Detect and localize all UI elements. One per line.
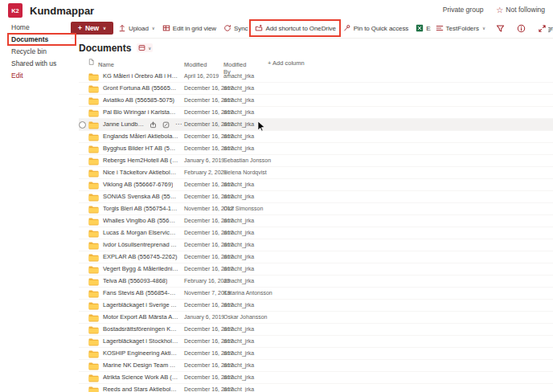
folder-name-link[interactable]: Motor Export AB Märsta AB (556924-6358) bbox=[103, 312, 178, 323]
sync-button[interactable]: Sync bbox=[221, 22, 250, 35]
folder-name-link[interactable]: Rebergs Hem2Hotell AB (556686-2522) bbox=[103, 155, 178, 166]
table-row[interactable]: Rebergs Hem2Hotell AB (556686-2522)Janua… bbox=[79, 155, 553, 167]
row-checkbox[interactable] bbox=[79, 121, 86, 129]
sidebar-item-shared-with-us[interactable]: Shared with us bbox=[0, 58, 71, 70]
table-row[interactable]: Lagerbläckaget i Stockholm AB (556212-75… bbox=[79, 336, 553, 348]
folder-name-link[interactable]: Aviatiko AB (556585-5075) bbox=[103, 95, 174, 106]
folder-icon bbox=[88, 338, 99, 346]
sidebar-item-home[interactable]: Home bbox=[0, 22, 71, 34]
folder-name-link[interactable]: Nice i Täckeltorv Aktiebolag (556744-588… bbox=[103, 167, 178, 178]
table-row[interactable]: SONIAS Svenska AB (556698-3782)December … bbox=[79, 191, 553, 203]
folder-name-link[interactable]: Lagerbläckaget i Sverige AB (556278-5275… bbox=[103, 300, 178, 311]
sort-chevron-icon bbox=[100, 61, 103, 66]
table-row[interactable]: EXPLAR AB (556745-2262)December 16, 2017… bbox=[79, 251, 553, 263]
folder-name-link[interactable]: Janne Lundberg Teknisprojekt AB (556321-… bbox=[103, 119, 146, 130]
table-row[interactable]: Torgls Bleri AB (556754-1962)November 16… bbox=[79, 203, 553, 215]
folder-name-link[interactable]: KOSHIP Engineering Aktiebolag (556073-41… bbox=[103, 348, 178, 359]
folder-name-link[interactable]: Bygghus Bilder HT AB (556577-4828) bbox=[103, 143, 178, 154]
expand-button[interactable] bbox=[536, 22, 548, 35]
table-row[interactable]: Gront Fortuna AB (556656-3055)December 1… bbox=[79, 83, 553, 95]
folder-name-link[interactable]: Lagerbläckaget i Stockholm AB (556212-75… bbox=[103, 336, 178, 347]
share-icon[interactable] bbox=[150, 121, 157, 129]
upload-icon bbox=[118, 24, 126, 32]
table-row[interactable]: Atrikta Science Work AB (556735-4228)Dec… bbox=[79, 372, 553, 384]
folder-icon bbox=[88, 97, 99, 105]
sidebar-item-recycle-bin[interactable]: Recycle bin bbox=[0, 46, 71, 58]
row-hover-actions: ⋯ bbox=[150, 120, 182, 129]
folder-icon bbox=[88, 145, 99, 153]
table-row[interactable]: Ivdor Lösullsentreprenad AB (556733-9117… bbox=[79, 239, 553, 251]
table-row[interactable]: Whalles Vinglbo AB (556536-4462)December… bbox=[79, 215, 553, 227]
pin-quick-access-button[interactable]: Pin to Quick access bbox=[341, 22, 411, 35]
folder-icon bbox=[88, 230, 99, 238]
table-row[interactable]: Lucas & Morgan Elservice AB (556112-6746… bbox=[79, 227, 553, 239]
table-row[interactable]: KOSHIP Engineering Aktiebolag (556073-41… bbox=[79, 348, 553, 360]
add-column-button[interactable]: Add column bbox=[268, 59, 305, 67]
modified-by: amacht_jrka bbox=[223, 300, 254, 311]
folder-icon bbox=[88, 85, 99, 93]
sort-chevron-icon bbox=[186, 61, 189, 66]
table-row[interactable]: Reeds and Stars Aktiebolag (556808-6683)… bbox=[79, 384, 553, 392]
file-list: KG Måleri i Örebro AB i HANDING (-)April… bbox=[79, 71, 553, 392]
folder-name-link[interactable]: Bostadsrättsföreningen Karsahusen (76961… bbox=[103, 324, 178, 335]
table-row[interactable]: Bostadsrättsföreningen Karsahusen (76961… bbox=[79, 324, 553, 336]
upload-button[interactable]: Upload bbox=[116, 22, 158, 35]
table-row[interactable]: Nice i Täckeltorv Aktiebolag (556744-588… bbox=[79, 167, 553, 179]
folder-name-link[interactable]: KG Måleri i Örebro AB i HANDING (-) bbox=[103, 71, 178, 82]
modified-by: Katarina Antonsson bbox=[223, 288, 272, 299]
folder-name-link[interactable]: Gront Fortuna AB (556656-3055) bbox=[103, 83, 178, 94]
table-row[interactable]: Bygghus Bilder HT AB (556577-4828)Decemb… bbox=[79, 143, 553, 155]
table-row[interactable]: Janne Lundberg Teknisprojekt AB (556321-… bbox=[79, 119, 553, 131]
folder-icon bbox=[88, 278, 99, 286]
folder-name-link[interactable]: Torgls Bleri AB (556754-1962) bbox=[103, 203, 178, 214]
new-button[interactable]: New bbox=[71, 22, 113, 35]
file-type-column-header[interactable] bbox=[88, 58, 95, 66]
modified-by: amacht_jrka bbox=[223, 107, 254, 118]
details-pane-button[interactable] bbox=[515, 22, 527, 35]
folder-name-link[interactable]: Reeds and Stars Aktiebolag (556808-6683) bbox=[103, 384, 178, 392]
command-bar-right: TestFolders bbox=[431, 19, 548, 37]
table-row[interactable]: Aviatiko AB (556585-5075)December 16, 20… bbox=[79, 95, 553, 107]
add-shortcut-onedrive-button[interactable]: Add shortcut to OneDrive bbox=[252, 22, 338, 35]
folder-name-link[interactable]: Telva AB (556093-4868) bbox=[103, 276, 167, 287]
folder-icon bbox=[88, 121, 99, 129]
folder-name-link[interactable]: Englands Måleri Aktiebolag (556727-4905) bbox=[103, 131, 178, 142]
table-row[interactable]: Viklong AB (556667-6769)December 16, 201… bbox=[79, 179, 553, 191]
row-more-button[interactable]: ⋯ bbox=[175, 120, 182, 129]
table-row[interactable]: Pal Blo Wiringar i Karlstad Aktiebolag (… bbox=[79, 107, 553, 119]
follow-button[interactable]: Not following bbox=[496, 6, 545, 14]
edit-grid-view-button[interactable]: Edit in grid view bbox=[160, 22, 219, 35]
document-library: Documents Name Modified Modified By Add … bbox=[79, 42, 553, 392]
table-row[interactable]: Lagerbläckaget i Sverige AB (556278-5275… bbox=[79, 300, 553, 312]
folder-name-link[interactable]: Atrikta Science Work AB (556735-4228) bbox=[103, 372, 178, 383]
site-logo[interactable]: K2 bbox=[8, 3, 23, 18]
table-row[interactable]: Telva AB (556093-4868)February 16, 2023a… bbox=[79, 276, 553, 288]
modified-by: amacht_jrka bbox=[223, 83, 254, 94]
view-menu-button[interactable]: TestFolders bbox=[436, 24, 485, 32]
table-row[interactable]: Fans Stevis AB (556854-9649)November 7, … bbox=[79, 288, 553, 300]
folder-name-link[interactable]: Viklong AB (556667-6769) bbox=[103, 179, 173, 190]
folder-icon bbox=[88, 254, 99, 262]
sidebar-item-documents[interactable]: Documents bbox=[0, 34, 71, 46]
folder-name-link[interactable]: Lucas & Morgan Elservice AB (556112-6746… bbox=[103, 227, 178, 239]
chevron-down-icon bbox=[152, 26, 155, 31]
folder-name-link[interactable]: Fans Stevis AB (556854-9649) bbox=[103, 288, 178, 299]
copy-link-icon[interactable] bbox=[162, 121, 170, 129]
table-row[interactable]: Motor Export AB Märsta AB (556924-6358)J… bbox=[79, 312, 553, 324]
folder-name-link[interactable]: Vegert Bygg & Måleriledning AB (556724-0… bbox=[103, 263, 178, 275]
filter-button[interactable] bbox=[494, 22, 506, 35]
folder-name-link[interactable]: Pal Blo Wiringar i Karlstad Aktiebolag (… bbox=[103, 107, 178, 118]
table-row[interactable]: Vegert Bygg & Måleriledning AB (556724-0… bbox=[79, 263, 553, 276]
folder-name-link[interactable]: EXPLAR AB (556745-2262) bbox=[103, 251, 178, 263]
table-row[interactable]: Marine NK Design Team AB (556363-7268)De… bbox=[79, 360, 553, 372]
folder-name-link[interactable]: SONIAS Svenska AB (556698-3782) bbox=[103, 191, 178, 202]
chevron-down-icon bbox=[103, 26, 106, 31]
sidebar: Home Documents Recycle bin Shared with u… bbox=[0, 22, 71, 82]
table-row[interactable]: Englands Måleri Aktiebolag (556727-4905)… bbox=[79, 131, 553, 143]
folder-name-link[interactable]: Whalles Vinglbo AB (556536-4462) bbox=[103, 215, 178, 227]
table-row[interactable]: KG Måleri i Örebro AB i HANDING (-)April… bbox=[79, 71, 553, 83]
view-selector-button[interactable] bbox=[137, 43, 153, 52]
folder-name-link[interactable]: Ivdor Lösullsentreprenad AB (556733-9117… bbox=[103, 239, 178, 251]
sidebar-item-edit[interactable]: Edit bbox=[0, 70, 71, 82]
folder-name-link[interactable]: Marine NK Design Team AB (556363-7268) bbox=[103, 360, 178, 371]
